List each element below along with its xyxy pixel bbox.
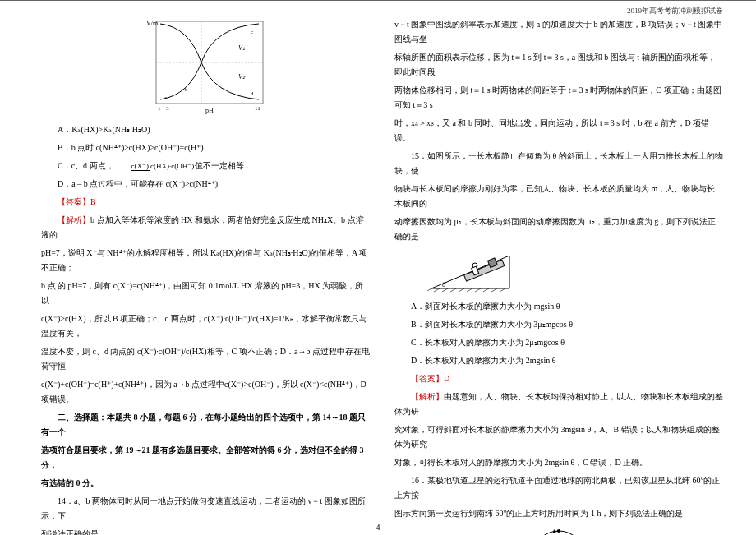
header-right: 2019年高考考前冲刺模拟试卷 [627, 6, 723, 16]
section-2-header-1: 二、选择题：本题共 8 小题，每题 6 分，在每小题给出的四个选项中，第 14～… [41, 410, 370, 440]
q13-explanation-4: c(X⁻)>c(HX)，所以 B 项正确；c、d 两点时，c(X⁻)·c(OH⁻… [41, 311, 370, 341]
left-column: V/mL pH a b c d V₁ V₂ 1 3 11 A．Kₐ [41, 17, 370, 510]
q13-option-c: C．c、d 两点，c(X⁻)c(HX)·c(OH⁻)值不一定相等 [41, 159, 370, 173]
chem-graph-svg: V/mL pH a b c d V₁ V₂ 1 3 11 [140, 17, 271, 116]
q16-text-2: 图示方向第一次运行到南纬 60°的正上方时所用时间为 1 h，则下列说法正确的是 [394, 506, 723, 521]
q13-explanation-3: b 点 的 pH=7，则有 c(X⁻)=c(NH⁴⁺)，由图可知 0.1mol/… [41, 279, 370, 308]
q15-option-a: A．斜面对长木板的摩擦力大小为 mgsin θ [394, 299, 723, 314]
q14-exp-cont-2: 标轴所围的面积表示位移，因为 t＝1 s 到 t＝3 s，a 图线和 b 图线与… [394, 50, 723, 80]
q13-answer: 【答案】B [41, 195, 370, 210]
figure-15: θ [427, 247, 723, 293]
q15-option-d: D．长木板对人的摩擦力大小为 2mgsin θ [394, 353, 723, 368]
explain-label: 【解析】 [411, 392, 444, 401]
svg-text:θ: θ [442, 280, 446, 288]
svg-text:pH: pH [205, 107, 214, 114]
q16-text-1: 16．某极地轨道卫星的运行轨道平面通过地球的南北两极，已知该卫星从北纬 60°的… [394, 473, 723, 503]
page-number: 4 [376, 523, 380, 532]
q13-option-b: B．b 点时 c(NH⁴⁺)>c(HX)>c(OH⁻)=c(H⁺) [41, 141, 370, 155]
section-2-header-2: 选项符合题目要求，第 19～21 题有多选题目要求。全部答对的得 6 分，选对但… [41, 443, 370, 473]
q15-answer: 【答案】D [394, 371, 723, 386]
q14-exp-cont-3: 两物体位移相同，则 t＝1 s 时两物体的间距等于 t＝3 s 时两物体的间距，… [394, 83, 723, 113]
incline-svg: θ [427, 247, 518, 293]
svg-text:11: 11 [255, 105, 260, 112]
q14-exp-cont-4: 时，xₐ＞xᵦ，又 a 和 b 同时、同地出发，同向运动，所以 t＝3 s 时，… [394, 116, 723, 145]
q13-option-a: A．Kₐ(HX)>Kₐ(NH₃·H₂O) [41, 122, 370, 137]
q13-explanation-2: pH=7，说明 X⁻与 NH⁴⁺的水解程度相等，所以 Kₐ(HX)的值与 Kₐ(… [41, 246, 370, 275]
q15-text-2: 物块与长木板间的摩擦力刚好为零，已知人、物块、长木板的质量均为 m，人、物块与长… [394, 182, 723, 211]
svg-rect-35 [464, 260, 505, 281]
q14-text-1: 14．a、b 两物体同时从同一地点开始做匀变速直线运动，二者运动的 v－t 图象… [41, 494, 370, 523]
q15-option-b: B．斜面对长木板的摩擦力大小为 3μ₂mgcos θ [394, 317, 723, 332]
q13-option-d: D．a→b 点过程中，可能存在 c(X⁻)>c(NH⁴⁺) [41, 177, 370, 191]
q13-explanation-5: 温度不变，则 c、d 两点的 c(X⁻)·c(OH⁻)/c(HX)相等，C 项不… [41, 344, 370, 374]
content-columns: V/mL pH a b c d V₁ V₂ 1 3 11 A．Kₐ [41, 17, 723, 510]
svg-text:1: 1 [158, 105, 161, 112]
orbit-svg: 北极 南极 [522, 524, 596, 535]
q14-exp-cont-1: v－t 图象中图线的斜率表示加速度，则 a 的加速度大于 b 的加速度，B 项错… [394, 17, 723, 47]
q13-explanation-1: 【解析】b 点加入等体积等浓度的 HX 和氨水，两者恰好完全反应生成 NH₄X。… [41, 213, 370, 242]
q15-text-3: 动摩擦因数均为 μ₁，长木板与斜面间的动摩擦因数为 μ₂，重力加速度为 g，则下… [394, 214, 723, 244]
section-2-header-3: 有选错的 0 分。 [41, 476, 370, 491]
svg-text:b: b [185, 86, 188, 93]
q14-text-2: 列说法正确的是 [41, 527, 370, 535]
q15-explanation-3: 对象，可得长木板对人的静摩擦力大小为 2mgsin θ，C 错误，D 正确。 [394, 455, 723, 470]
q13-explanation-6: c(X⁻)+c(OH⁻)=c(H⁺)+c(NH⁴⁺)，因为 a→b 点过程中c(… [41, 377, 370, 407]
q15-text-1: 15．如图所示，一长木板静止在倾角为 θ 的斜面上，长木板上一人用力推长木板上的… [394, 149, 723, 178]
figure-16: 北极 南极 [394, 524, 723, 535]
svg-text:V₁: V₁ [238, 44, 245, 52]
right-column: v－t 图象中图线的斜率表示加速度，则 a 的加速度大于 b 的加速度，B 项错… [394, 17, 723, 510]
svg-text:V₂: V₂ [238, 73, 246, 81]
q15-explanation-1: 【解析】由题意知，人、物块、长木板均保持相对静止，以人、物块和长木板组成的整体为… [394, 390, 723, 419]
svg-text:V/mL: V/mL [146, 20, 162, 27]
q15-explanation-2: 究对象，可得斜面对长木板的静摩擦力大小为 3mgsin θ，A、B 错误；以人和… [394, 422, 723, 452]
svg-text:c: c [251, 29, 253, 35]
q15-option-c: C．长木板对人的摩擦力大小为 2μ₁mgcos θ [394, 335, 723, 350]
svg-text:3: 3 [166, 105, 169, 112]
explain-label: 【解析】 [58, 215, 90, 224]
figure-13: V/mL pH a b c d V₁ V₂ 1 3 11 [41, 17, 370, 116]
svg-text:d: d [251, 90, 254, 97]
